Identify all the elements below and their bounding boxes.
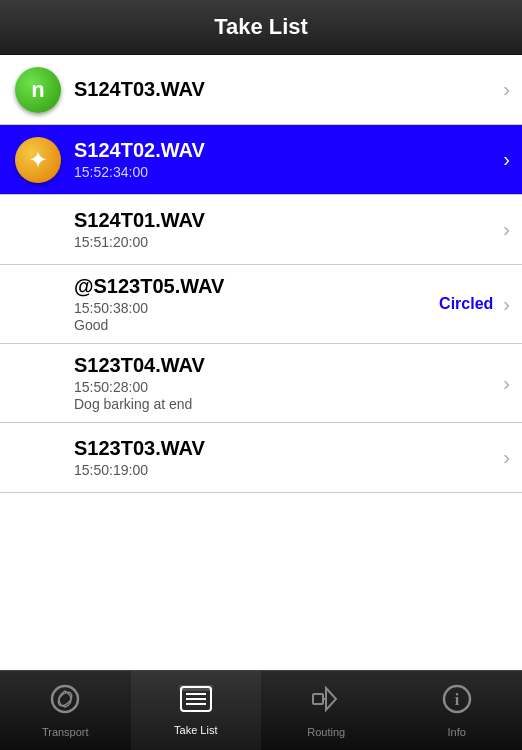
svg-text:i: i [455,691,460,708]
tab-transport-label: Transport [42,726,89,738]
item-content: @S123T05.WAV 15:50:38:00 Good [74,275,439,333]
chevron-icon: › [503,293,510,316]
list-item[interactable]: S124T01.WAV 15:51:20:00 › [0,195,522,265]
item-badge: Circled [439,295,493,313]
green-n-icon: n [15,67,61,113]
tab-transport[interactable]: Transport [0,671,131,750]
svg-point-1 [56,690,74,708]
item-filename: S124T02.WAV [74,139,499,162]
item-note: Good [74,317,439,333]
item-content: S124T01.WAV 15:51:20:00 [74,209,499,250]
item-content: S123T03.WAV 15:50:19:00 [74,437,499,478]
chevron-icon: › [503,148,510,171]
page-title: Take List [214,14,308,40]
list-item[interactable]: S123T04.WAV 15:50:28:00 Dog barking at e… [0,344,522,423]
list-item[interactable]: S123T03.WAV 15:50:19:00 › [0,423,522,493]
header: Take List [0,0,522,55]
routing-icon [310,683,342,722]
item-content: S124T02.WAV 15:52:34:00 [74,139,499,180]
list-item[interactable]: @S123T05.WAV 15:50:38:00 Good Circled › [0,265,522,344]
chevron-icon: › [503,78,510,101]
item-filename: S124T01.WAV [74,209,499,232]
item-filename: S123T04.WAV [74,354,499,377]
item-timestamp: 15:50:28:00 [74,379,499,395]
transport-icon [49,683,81,722]
item-timestamp: 15:50:19:00 [74,462,499,478]
tab-routing-label: Routing [307,726,345,738]
tab-take-list[interactable]: Take List [131,671,262,750]
item-content: S123T04.WAV 15:50:28:00 Dog barking at e… [74,354,499,412]
svg-rect-6 [179,685,213,691]
item-note: Dog barking at end [74,396,499,412]
item-right: › [499,78,510,101]
item-timestamp: 15:52:34:00 [74,164,499,180]
chevron-icon: › [503,218,510,241]
info-icon: i [441,683,473,722]
list-item[interactable]: n S124T03.WAV › [0,55,522,125]
item-icon-area: ✦ [12,137,64,183]
orange-star-icon: ✦ [15,137,61,183]
chevron-icon: › [503,372,510,395]
item-content: S124T03.WAV [74,78,499,101]
chevron-icon: › [503,446,510,469]
item-filename: S124T03.WAV [74,78,499,101]
svg-point-0 [52,686,78,712]
tab-take-list-label: Take List [174,724,217,736]
item-timestamp: 15:50:38:00 [74,300,439,316]
tab-info[interactable]: i Info [392,671,523,750]
item-filename: S123T03.WAV [74,437,499,460]
svg-marker-8 [326,688,336,710]
item-icon-area: n [12,67,64,113]
item-right: Circled › [439,293,510,316]
tab-routing[interactable]: Routing [261,671,392,750]
item-right: › [499,218,510,241]
list-item[interactable]: ✦ S124T02.WAV 15:52:34:00 › [0,125,522,195]
item-right: › [499,372,510,395]
take-list-container: n S124T03.WAV › ✦ S124T02.WAV 15:52:34:0… [0,55,522,670]
tab-info-label: Info [448,726,466,738]
item-right: › [499,446,510,469]
svg-rect-7 [313,694,323,704]
item-right: › [499,148,510,171]
item-filename: @S123T05.WAV [74,275,439,298]
tab-bar: Transport Take List Routing [0,670,522,750]
take-list-icon [179,685,213,720]
item-timestamp: 15:51:20:00 [74,234,499,250]
